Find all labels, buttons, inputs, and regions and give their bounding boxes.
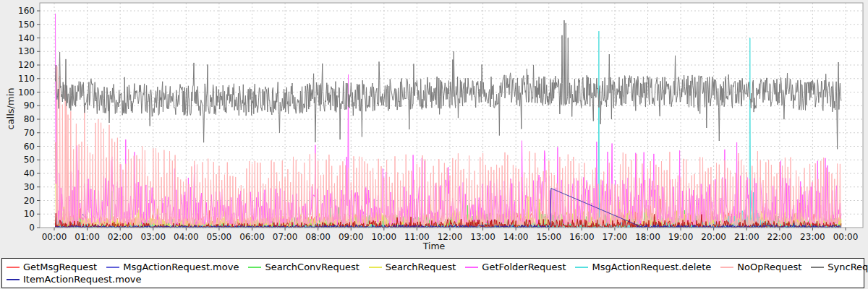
y-tick-label: 40 <box>24 168 35 178</box>
legend-item: ItemActionRequest.move <box>7 274 142 285</box>
x-axis-title: Time <box>0 241 868 251</box>
y-tick-label: 0 <box>29 223 35 233</box>
y-tick-label: 110 <box>18 74 35 84</box>
legend-marker-icon <box>369 267 382 268</box>
y-tick-label: 50 <box>24 155 35 165</box>
legend-item: SyncRequest <box>811 262 868 272</box>
y-tick-label: 140 <box>18 33 35 43</box>
legend-item: GetFolderRequest <box>465 262 566 272</box>
legend-item: MsgActionRequest.move <box>106 262 239 272</box>
y-tick-label: 120 <box>18 60 35 70</box>
legend-marker-icon <box>465 267 478 268</box>
y-tick-label: 90 <box>24 100 35 111</box>
y-tick-label: 150 <box>18 20 35 30</box>
stats-chart: 0102030405060708090100110120130140150160… <box>0 0 868 289</box>
legend-item: MsgActionRequest.delete <box>575 262 711 272</box>
y-tick-label: 60 <box>24 142 35 152</box>
legend-row-1: GetMsgRequestMsgActionRequest.moveSearch… <box>7 261 864 273</box>
legend-marker-icon <box>7 279 20 280</box>
legend-label: MsgActionRequest.move <box>123 262 239 272</box>
y-tick-label: 70 <box>24 128 35 138</box>
y-tick-label: 30 <box>24 182 35 192</box>
legend-marker-icon <box>811 267 824 268</box>
legend-item: GetMsgRequest <box>7 262 97 272</box>
legend-label: ItemActionRequest.move <box>23 274 142 285</box>
legend-marker-icon <box>7 267 20 268</box>
legend-label: SyncRequest <box>827 262 868 272</box>
plot-area <box>40 3 863 228</box>
y-tick-label: 80 <box>24 114 35 124</box>
legend-label: GetMsgRequest <box>23 262 97 272</box>
legend-item: SearchRequest <box>369 262 456 272</box>
y-tick-label: 160 <box>18 6 35 16</box>
legend-label: GetFolderRequest <box>482 262 566 272</box>
legend-marker-icon <box>720 267 733 268</box>
legend-marker-icon <box>575 267 588 268</box>
y-tick-label: 10 <box>24 209 35 219</box>
legend-item: SearchConvRequest <box>248 262 359 272</box>
legend-label: MsgActionRequest.delete <box>592 262 711 272</box>
legend: GetMsgRequestMsgActionRequest.moveSearch… <box>1 258 864 288</box>
chart-canvas: 0102030405060708090100110120130140150160… <box>0 0 868 257</box>
legend-item: NoOpRequest <box>720 262 801 272</box>
legend-label: SearchConvRequest <box>265 262 359 272</box>
legend-marker-icon <box>248 267 261 268</box>
legend-marker-icon <box>106 267 119 268</box>
legend-row-2: ItemActionRequest.move <box>7 273 864 285</box>
legend-label: SearchRequest <box>386 262 456 272</box>
y-axis-title: calls/min <box>5 113 16 130</box>
y-tick-label: 130 <box>18 46 35 56</box>
legend-label: NoOpRequest <box>737 262 801 272</box>
y-tick-label: 20 <box>24 196 35 206</box>
y-tick-label: 100 <box>18 87 35 98</box>
